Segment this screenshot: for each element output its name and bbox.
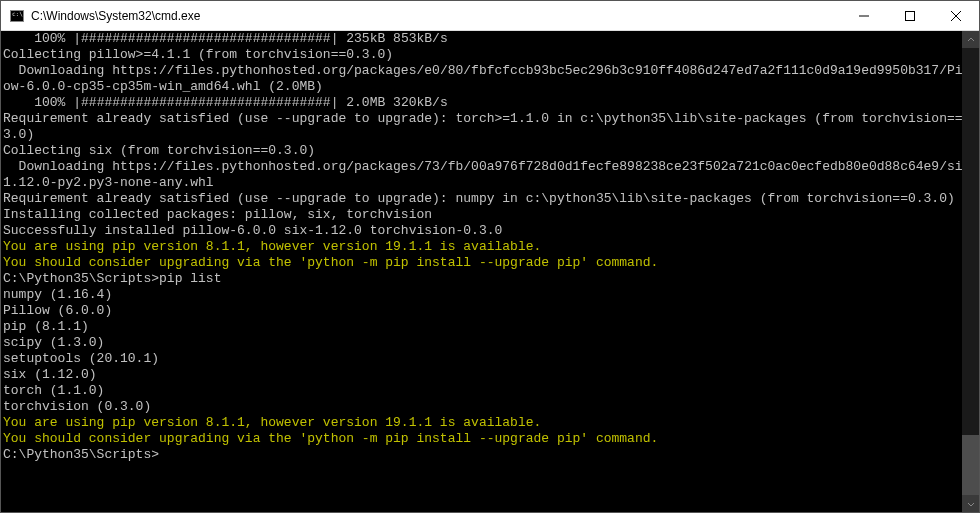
terminal-line: Requirement already satisfied (use --upg…	[3, 191, 979, 207]
scrollbar[interactable]	[962, 31, 979, 512]
terminal-line: Downloading https://files.pythonhosted.o…	[3, 159, 979, 191]
window-title: C:\Windows\System32\cmd.exe	[31, 9, 200, 23]
terminal-line: Downloading https://files.pythonhosted.o…	[3, 63, 979, 95]
maximize-button[interactable]	[887, 1, 933, 30]
chevron-up-icon	[967, 36, 975, 44]
svg-rect-1	[906, 11, 915, 20]
terminal-line: pip (8.1.1)	[3, 319, 979, 335]
terminal-line: 100% |################################| …	[3, 95, 979, 111]
terminal-output: 100% |################################| …	[1, 31, 979, 463]
terminal-line: C:\Python35\Scripts>pip list	[3, 271, 979, 287]
close-icon	[951, 11, 961, 21]
terminal-line: Successfully installed pillow-6.0.0 six-…	[3, 223, 979, 239]
minimize-button[interactable]	[841, 1, 887, 30]
maximize-icon	[905, 11, 915, 21]
terminal-line: Requirement already satisfied (use --upg…	[3, 111, 979, 143]
terminal-line: Collecting pillow>=4.1.1 (from torchvisi…	[3, 47, 979, 63]
scroll-down-button[interactable]	[962, 495, 979, 512]
titlebar[interactable]: C:\Windows\System32\cmd.exe	[1, 1, 979, 31]
terminal-line: Installing collected packages: pillow, s…	[3, 207, 979, 223]
terminal-line: Pillow (6.0.0)	[3, 303, 979, 319]
chevron-down-icon	[967, 500, 975, 508]
terminal-line: torch (1.1.0)	[3, 383, 979, 399]
window-controls	[841, 1, 979, 30]
terminal[interactable]: 100% |################################| …	[1, 31, 979, 512]
terminal-line: You should consider upgrading via the 'p…	[3, 255, 979, 271]
terminal-line: torchvision (0.3.0)	[3, 399, 979, 415]
minimize-icon	[859, 11, 869, 21]
terminal-line: You are using pip version 8.1.1, however…	[3, 415, 979, 431]
terminal-line: You are using pip version 8.1.1, however…	[3, 239, 979, 255]
scrollbar-thumb[interactable]	[962, 435, 979, 495]
terminal-line: 100% |################################| …	[3, 31, 979, 47]
terminal-line: You should consider upgrading via the 'p…	[3, 431, 979, 447]
terminal-line: C:\Python35\Scripts>	[3, 447, 979, 463]
terminal-line: six (1.12.0)	[3, 367, 979, 383]
terminal-line: numpy (1.16.4)	[3, 287, 979, 303]
terminal-line: Collecting six (from torchvision==0.3.0)	[3, 143, 979, 159]
terminal-line: scipy (1.3.0)	[3, 335, 979, 351]
cmd-icon	[9, 8, 25, 24]
scrollbar-track[interactable]	[962, 48, 979, 495]
close-button[interactable]	[933, 1, 979, 30]
cmd-window: C:\Windows\System32\cmd.exe 100% |######…	[0, 0, 980, 513]
scroll-up-button[interactable]	[962, 31, 979, 48]
terminal-line: setuptools (20.10.1)	[3, 351, 979, 367]
